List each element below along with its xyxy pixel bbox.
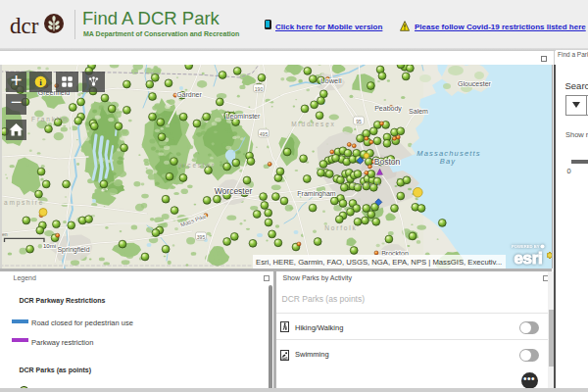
svg-text:o r c e s t e r: o r c e s t e r: [178, 162, 215, 169]
svg-text:Boston: Boston: [374, 157, 401, 167]
svg-text:190: 190: [255, 86, 264, 92]
svg-text:Bay: Bay: [440, 157, 457, 166]
svg-text:Esri, HERE, Garmin, FAO, USGS,: Esri, HERE, Garmin, FAO, USGS, NGA, EPA,…: [256, 258, 502, 267]
svg-text:Framingham: Framingham: [297, 190, 335, 198]
svg-text:M i d d l e s e x: M i d d l e s e x: [291, 121, 334, 127]
svg-text:a m p s h i r e: a m p s h i r e: [4, 199, 43, 207]
svg-text:Leominster: Leominster: [226, 113, 261, 120]
svg-text:Gloucester: Gloucester: [458, 80, 492, 87]
svg-text:Peabody: Peabody: [374, 105, 402, 113]
svg-text:N o r f o l k: N o r f o l k: [324, 224, 356, 231]
svg-text:495: 495: [260, 131, 269, 137]
svg-text:esri: esri: [514, 249, 542, 268]
svg-text:10mi: 10mi: [43, 243, 56, 249]
svg-text:Springfield: Springfield: [57, 246, 89, 254]
svg-text:95: 95: [356, 119, 362, 124]
svg-text:F r a n k l i n: F r a n k l i n: [31, 116, 67, 122]
svg-text:Gardner: Gardner: [176, 91, 202, 98]
svg-text:Lowell: Lowell: [320, 76, 342, 85]
svg-text:Salem: Salem: [409, 108, 428, 115]
svg-text:Worcester: Worcester: [215, 186, 253, 196]
svg-text:S u f f o l k: S u f f o l k: [353, 181, 381, 187]
svg-text:en: en: [2, 231, 8, 237]
svg-text:395: 395: [197, 234, 206, 240]
